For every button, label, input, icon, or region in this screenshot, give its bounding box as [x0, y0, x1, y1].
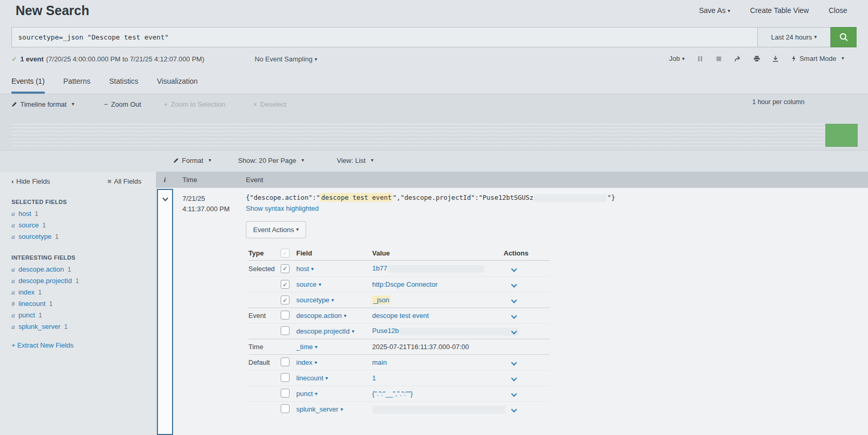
share-icon[interactable]	[734, 56, 741, 62]
field-link[interactable]: host	[19, 210, 32, 218]
event-time: 7/21/25 4:11:37.000 PM	[173, 188, 239, 435]
field-row-index: Default index▾ main	[248, 354, 550, 370]
chevron-down-icon: ▾	[314, 56, 317, 62]
chevron-down-icon: ▾	[315, 391, 318, 396]
value-link[interactable]: _json	[372, 296, 390, 304]
timeline-format-dropdown[interactable]: Timeline format▾	[11, 100, 74, 108]
field-link[interactable]: punct▾	[296, 390, 318, 398]
field-link[interactable]: splunk_server▾	[296, 405, 343, 413]
field-checkbox[interactable]	[281, 311, 290, 319]
field-link[interactable]: index	[19, 288, 35, 296]
field-checkbox[interactable]	[281, 326, 290, 335]
field-row-sourcetype: ✓ sourcetype▾ _json	[248, 292, 550, 308]
field-link[interactable]: sourcetype▾	[296, 296, 334, 304]
job-dropdown[interactable]: Job▾	[669, 55, 685, 62]
time-range-picker[interactable]: Last 24 hours▾	[758, 27, 831, 47]
field-link[interactable]: _time▾	[296, 343, 318, 351]
field-link[interactable]: linecount	[19, 300, 46, 308]
search-button[interactable]	[831, 27, 857, 47]
minus-icon: −	[104, 100, 108, 108]
format-dropdown[interactable]: Format▾	[173, 157, 211, 164]
close-button[interactable]: Close	[828, 6, 847, 15]
zoom-out-button[interactable]: −Zoom Out	[104, 100, 141, 108]
field-link[interactable]: punct	[19, 311, 35, 319]
field-checkbox[interactable]	[281, 373, 290, 382]
value-link[interactable]: main	[372, 359, 387, 366]
value-actions-chevron-icon[interactable]	[511, 391, 517, 396]
chevron-down-icon[interactable]	[162, 195, 168, 201]
timeline-bar[interactable]	[825, 124, 858, 147]
zoom-to-selection-button[interactable]: +Zoom to Selection	[164, 100, 225, 108]
value-actions-chevron-icon[interactable]	[511, 297, 517, 303]
expand-event-cell[interactable]	[157, 189, 173, 435]
tab-patterns[interactable]: Patterns	[63, 77, 90, 94]
field-link[interactable]: source▾	[296, 280, 321, 288]
tab-events[interactable]: Events (1)	[11, 77, 45, 94]
field-link[interactable]: source	[19, 221, 39, 229]
value-link[interactable]: 1b77	[372, 264, 387, 272]
stop-icon[interactable]	[716, 56, 722, 62]
value-link[interactable]: 1	[372, 374, 376, 382]
list-icon: ≡	[108, 177, 112, 185]
tab-statistics[interactable]: Statistics	[109, 77, 138, 94]
value-actions-chevron-icon[interactable]	[511, 282, 517, 287]
per-page-dropdown[interactable]: Show: 20 Per Page▾	[238, 157, 304, 164]
hide-fields-button[interactable]: ‹Hide Fields	[11, 177, 50, 185]
chevron-down-icon: ▾	[841, 55, 844, 61]
chevron-down-icon: ▾	[371, 157, 373, 163]
event-sampling-dropdown[interactable]: No Event Sampling▾	[255, 55, 317, 63]
view-dropdown[interactable]: View: List▾	[337, 157, 373, 164]
field-link[interactable]: descope.action▾	[296, 312, 346, 319]
event-list-header: i Time Event	[156, 172, 868, 188]
events-area: ‹Hide Fields ≡All Fields SELECTED FIELDS…	[0, 172, 868, 435]
field-link[interactable]: descope.action	[19, 265, 64, 273]
search-input[interactable]	[11, 27, 758, 47]
field-link[interactable]: descope.projectId▾	[296, 327, 354, 335]
timeline-section: Timeline format▾ −Zoom Out +Zoom to Sele…	[0, 94, 868, 151]
field-link[interactable]: sourcetype	[19, 233, 52, 240]
value-link[interactable]: Puse12b	[372, 327, 399, 335]
export-icon[interactable]	[772, 56, 779, 62]
deselect-button[interactable]: ×Deselect	[253, 100, 286, 108]
fields-sidebar: ‹Hide Fields ≡All Fields SELECTED FIELDS…	[0, 172, 156, 435]
event-list: i Time Event 7/21/25 4:11:37.000 PM {"de…	[156, 172, 868, 435]
all-fields-button[interactable]: ≡All Fields	[108, 177, 141, 185]
create-table-view-button[interactable]: Create Table View	[750, 6, 809, 15]
value-link[interactable]: http:Dscpe Connector	[372, 280, 438, 288]
search-mode-dropdown[interactable]: Smart Mode▾	[791, 55, 844, 62]
field-checkbox[interactable]	[281, 389, 290, 398]
redacted-value	[373, 406, 505, 414]
event-actions-button[interactable]: Event Actions▾	[246, 221, 306, 238]
extract-new-fields-link[interactable]: + Extract New Fields	[11, 341, 74, 349]
field-checkbox[interactable]	[281, 404, 290, 413]
save-as-button[interactable]: Save As▾	[699, 6, 730, 15]
tab-visualization[interactable]: Visualization	[157, 77, 198, 94]
value-actions-chevron-icon[interactable]	[511, 313, 517, 318]
field-checkbox[interactable]: ✓	[281, 264, 290, 273]
timeline-histogram	[11, 124, 858, 147]
field-checkbox[interactable]: ✓	[281, 296, 290, 304]
value-link[interactable]: {".":"__",".":""}	[372, 390, 413, 398]
field-checkbox[interactable]: ✓	[281, 280, 290, 289]
value-actions-chevron-icon[interactable]	[511, 266, 517, 272]
value-actions-chevron-icon[interactable]	[511, 375, 517, 381]
value-link[interactable]: descope test event	[372, 312, 429, 319]
field-checkbox[interactable]	[281, 357, 290, 366]
pencil-icon	[173, 158, 179, 163]
print-icon[interactable]	[754, 56, 760, 62]
field-link[interactable]: splunk_server	[19, 323, 61, 330]
field-link[interactable]: descope.projectId	[19, 277, 72, 285]
chevron-down-icon: ▾	[344, 313, 346, 318]
field-link[interactable]: host▾	[296, 265, 314, 273]
sidebar-field-descope-action: adescope.action1	[0, 264, 156, 275]
show-syntax-link[interactable]: Show syntax highlighted	[246, 204, 319, 212]
field-link[interactable]: linecount▾	[296, 374, 328, 382]
value-actions-chevron-icon[interactable]	[511, 360, 517, 365]
redacted-value	[388, 265, 484, 273]
value-actions-chevron-icon[interactable]	[511, 328, 517, 334]
value-actions-chevron-icon[interactable]	[511, 406, 517, 412]
result-summary: ✓ 1 event (7/20/25 4:00:00.000 PM to 7/2…	[11, 55, 204, 63]
pause-icon[interactable]	[697, 56, 703, 62]
job-status-bar: ✓ 1 event (7/20/25 4:00:00.000 PM to 7/2…	[0, 52, 868, 69]
field-link[interactable]: index▾	[296, 359, 317, 366]
